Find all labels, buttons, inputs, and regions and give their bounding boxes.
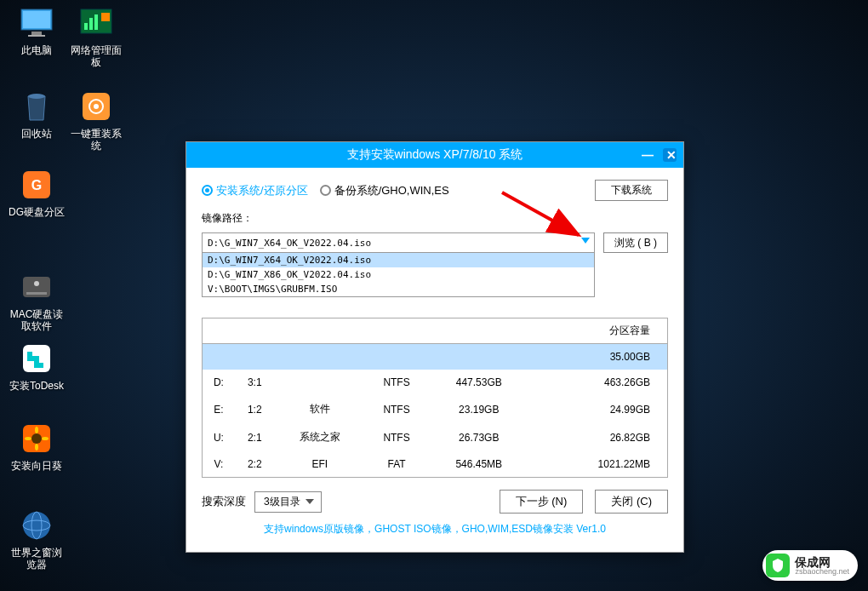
svg-rect-7 [94,14,98,30]
sunflower-icon [19,421,54,456]
radio-icon [202,185,213,196]
image-path-input[interactable] [202,232,595,253]
partition-table: 分区容量 35.00GBD:3:1NTFS447.53GB463.26GBE:1… [202,318,668,478]
dropdown-item[interactable]: D:\G_WIN7_X64_OK_V2022.04.iso [203,253,594,267]
desktop-icon-mac-disk[interactable]: MAC硬盘读取软件 [7,269,66,333]
minimize-button[interactable]: — [641,148,654,162]
table-row[interactable]: E:1:2软件NTFS23.19GB24.99GB [203,395,667,423]
drive-icon [19,269,54,305]
search-depth-label: 搜索深度 [202,494,246,509]
watermark-badge: 保成网 zsbaocheng.net [762,550,858,581]
dialog-title: 支持安装windows XP/7/8/10 系统 [347,147,523,163]
svg-point-25 [23,512,50,539]
trash-icon [19,89,54,124]
radio-backup[interactable]: 备份系统/GHO,WIN,ES [320,183,449,198]
image-path-label: 镜像路径： [202,211,668,226]
next-button[interactable]: 下一步 (N) [500,490,584,514]
svg-point-12 [94,104,99,109]
col-capacity: 分区容量 [529,318,667,344]
svg-point-16 [34,281,39,286]
svg-point-23 [25,437,31,440]
icon-label: 网络管理面板 [66,44,126,69]
dropdown-item[interactable]: D:\G_WIN7_X86_OK_V2022.04.iso [203,267,594,282]
icon-label: 安装ToDesk [9,380,64,392]
browse-button[interactable]: 浏览 ( B ) [603,232,668,253]
svg-point-9 [28,94,45,99]
gear-icon [78,89,114,124]
desktop-icon-browser[interactable]: 世界之窗浏览器 [7,508,66,571]
radio-label: 安装系统/还原分区 [216,183,308,198]
svg-rect-1 [23,11,50,28]
table-row[interactable]: U:2:1系统之家NTFS26.73GB26.82GB [203,423,667,451]
svg-point-24 [42,437,49,440]
svg-text:G: G [31,178,42,192]
svg-rect-6 [89,18,93,30]
svg-point-22 [35,444,38,450]
icon-label: MAC硬盘读取软件 [7,308,66,333]
svg-rect-17 [26,292,47,295]
table-row[interactable]: D:3:1NTFS447.53GB463.26GB [203,370,667,395]
download-system-button[interactable]: 下载系统 [595,180,668,201]
radio-install-restore[interactable]: 安装系统/还原分区 [202,183,308,198]
shield-icon [766,554,790,577]
desktop-icon-this-pc[interactable]: 此电脑 [7,5,66,56]
svg-rect-2 [31,32,42,35]
search-depth-select[interactable]: 3级目录 [254,491,322,513]
disk-icon: G [19,167,54,203]
titlebar[interactable]: 支持安装windows XP/7/8/10 系统 — ✕ [186,142,683,168]
desktop-icon-reinstall[interactable]: 一键重装系统 [66,89,126,152]
monitor-icon [19,5,54,41]
desktop-icon-recycle-bin[interactable]: 回收站 [7,89,66,140]
table-row[interactable]: 35.00GB [203,344,667,370]
desktop-icon-todesk[interactable]: 安装ToDesk [7,341,66,392]
radio-icon [320,185,331,196]
svg-point-20 [31,433,42,444]
table-row[interactable]: V:2:2EFIFAT546.45MB1021.22MB [203,451,667,477]
svg-rect-3 [28,35,45,37]
footer-text: 支持windows原版镜像，GHOST ISO镜像，GHO,WIM,ESD镜像安… [202,514,668,543]
desktop-icon-network-panel[interactable]: 网络管理面板 [66,5,126,69]
icon-label: DG硬盘分区 [9,206,65,218]
globe-icon [19,508,54,543]
dropdown-arrow-icon[interactable] [581,238,590,244]
icon-label: 此电脑 [21,44,52,56]
desktop-icon-sunflower[interactable]: 安装向日葵 [7,421,66,472]
path-dropdown-list: D:\G_WIN7_X64_OK_V2022.04.iso D:\G_WIN7_… [202,252,595,297]
icon-label: 安装向日葵 [11,460,62,472]
watermark-title: 保成网 [795,556,849,568]
close-dialog-button[interactable]: 关闭 (C) [595,490,668,514]
todesk-icon [19,341,54,376]
watermark-url: zsbaocheng.net [795,568,849,576]
radio-label: 备份系统/GHO,WIN,ES [334,183,449,198]
icon-label: 回收站 [21,128,52,140]
icon-label: 世界之窗浏览器 [7,547,66,571]
svg-rect-5 [84,23,88,30]
dropdown-item[interactable]: V:\BOOT\IMGS\GRUBFM.ISO [203,282,594,296]
chart-icon [78,5,114,41]
install-dialog: 支持安装windows XP/7/8/10 系统 — ✕ 安装系统/还原分区 备… [186,141,684,553]
svg-point-21 [35,427,38,433]
svg-rect-8 [101,13,110,21]
icon-label: 一键重装系统 [66,128,126,152]
desktop-icon-dg-partition[interactable]: G DG硬盘分区 [7,167,66,218]
close-button[interactable]: ✕ [663,148,677,162]
